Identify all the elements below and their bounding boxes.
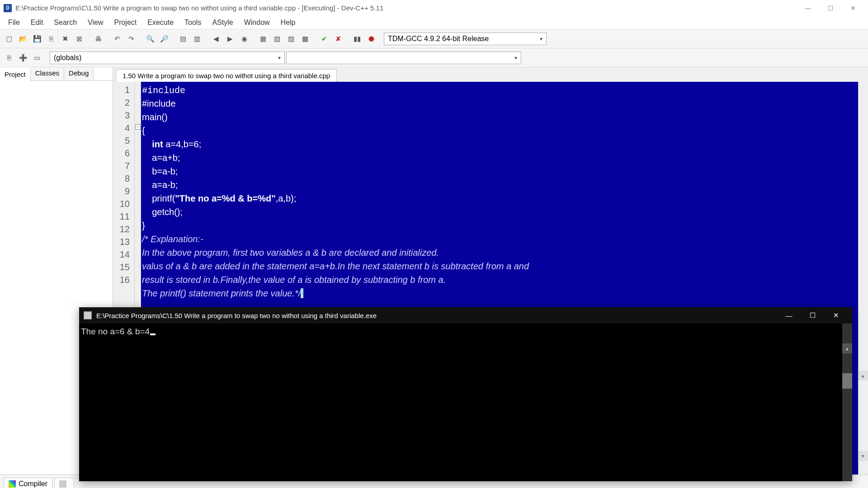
console-icon [84, 311, 92, 319]
compiler-tab[interactable]: Compiler [4, 478, 52, 488]
console-output-text: The no a=6 & b=4 [81, 327, 150, 336]
menu-execute[interactable]: Execute [142, 17, 179, 28]
scroll-up-icon[interactable]: ▴ [858, 371, 868, 380]
bookmark-toggle-icon[interactable]: ▤ [177, 33, 189, 45]
layout-grid2-icon[interactable]: ▧ [271, 33, 283, 45]
stack-icon [59, 480, 66, 488]
close-file-icon[interactable]: ✖ [59, 33, 71, 45]
layout-grid1-icon[interactable]: ▦ [257, 33, 269, 45]
console-maximize-button[interactable]: ☐ [801, 308, 824, 323]
symbols-select[interactable]: ▾ [286, 52, 521, 64]
nav-back-icon[interactable]: ◀ [210, 33, 222, 45]
menu-project[interactable]: Project [108, 17, 142, 28]
profile-icon[interactable]: ▮▮ [351, 33, 363, 45]
console-minimize-button[interactable]: — [777, 308, 801, 323]
compiler-select-value: TDM-GCC 4.9.2 64-bit Release [388, 35, 489, 43]
compile-error-icon[interactable]: ✘ [332, 33, 344, 45]
globals-select[interactable]: (globals) ▾ [50, 52, 285, 64]
debug-bug-icon[interactable]: ⬣ [365, 33, 377, 45]
scroll-down-icon[interactable]: ▾ [858, 451, 868, 461]
layout-grid3-icon[interactable]: ▨ [285, 33, 297, 45]
sidebar-tab-project[interactable]: Project [0, 68, 31, 81]
find-icon[interactable]: 🔍 [144, 33, 156, 45]
maximize-button[interactable]: ☐ [819, 1, 842, 15]
console-window: E:\Practice Programs\C\1.50 Write a prog… [79, 307, 852, 481]
menu-edit[interactable]: Edit [25, 17, 49, 28]
compiler-select[interactable]: TDM-GCC 4.9.2 64-bit Release ▾ [384, 33, 547, 45]
menu-view[interactable]: View [82, 17, 108, 28]
app-icon: D [4, 4, 12, 12]
undo-icon[interactable]: ↶ [111, 33, 123, 45]
minimize-button[interactable]: — [797, 1, 819, 15]
menu-tools[interactable]: Tools [179, 17, 207, 28]
chevron-down-icon: ▾ [278, 55, 281, 61]
title-bar: D E:\Practice Programs\C\1.50 Write a pr… [0, 0, 868, 16]
menu-window[interactable]: Window [239, 17, 275, 28]
menu-bar: FileEditSearchViewProjectExecuteToolsASt… [0, 16, 868, 29]
scroll-up-icon[interactable]: ▴ [842, 343, 852, 353]
save-all-icon[interactable]: ⎘ [45, 33, 57, 45]
breakpoint-icon[interactable]: ◉ [238, 33, 250, 45]
chevron-down-icon: ▾ [514, 55, 517, 61]
console-title-text: E:\Practice Programs\C\1.50 Write a prog… [96, 312, 777, 319]
print-icon[interactable]: 🖶 [92, 33, 104, 45]
layout-grid4-icon[interactable]: ▩ [299, 33, 311, 45]
insert-file-icon[interactable]: ⎘ [3, 52, 15, 64]
grid-icon [9, 480, 16, 488]
toolbar-secondary: ⎘ ➕ ▭ (globals) ▾ ▾ [0, 48, 868, 67]
nav-forward-icon[interactable]: ▶ [224, 33, 236, 45]
menu-help[interactable]: Help [275, 17, 301, 28]
menu-astyle[interactable]: AStyle [207, 17, 238, 28]
compiler-tab-label: Compiler [19, 480, 47, 488]
chevron-down-icon: ▾ [540, 36, 542, 42]
cursor-icon [150, 333, 156, 335]
console-scrollbar[interactable]: ▴ [842, 324, 852, 481]
console-close-button[interactable]: ✕ [824, 308, 848, 323]
save-icon[interactable]: 💾 [31, 33, 43, 45]
sidebar-tab-classes[interactable]: Classes [31, 67, 64, 80]
remove-from-project-icon[interactable]: ▭ [31, 52, 43, 64]
close-all-icon[interactable]: ⊠ [73, 33, 85, 45]
redo-icon[interactable]: ↷ [125, 33, 137, 45]
console-titlebar[interactable]: E:\Practice Programs\C\1.50 Write a prog… [79, 307, 852, 324]
file-tab[interactable]: 1.50 Write a program to swap two no with… [116, 69, 337, 82]
fold-toggle-icon[interactable]: − [135, 124, 141, 130]
toolbar-primary: ▢ 📂 💾 ⎘ ✖ ⊠ 🖶 ↶ ↷ 🔍 🔎 ▤ ▥ ◀ ▶ ◉ ▦ ▧ ▨ ▩ … [0, 29, 868, 48]
sidebar-tabs: ProjectClassesDebug [0, 67, 113, 81]
window-title: E:\Practice Programs\C\1.50 Write a prog… [15, 4, 797, 12]
menu-search[interactable]: Search [48, 17, 82, 28]
open-file-icon[interactable]: 📂 [17, 33, 29, 45]
outer-scrollbar[interactable]: ▴ ▾ [858, 371, 868, 461]
new-file-icon[interactable]: ▢ [3, 33, 15, 45]
scroll-thumb[interactable] [842, 373, 852, 389]
close-button[interactable]: ✕ [842, 1, 864, 15]
compile-check-icon[interactable]: ✔ [318, 33, 330, 45]
add-to-project-icon[interactable]: ➕ [17, 52, 29, 64]
file-tab-bar: 1.50 Write a program to swap two no with… [113, 67, 868, 82]
globals-select-value: (globals) [54, 54, 81, 62]
resources-tab[interactable] [54, 478, 74, 488]
menu-file[interactable]: File [3, 17, 25, 28]
console-output[interactable]: The no a=6 & b=4 ▴ [79, 324, 852, 481]
bookmark-goto-icon[interactable]: ▥ [191, 33, 203, 45]
sidebar-tab-debug[interactable]: Debug [64, 67, 94, 80]
replace-icon[interactable]: 🔎 [158, 33, 170, 45]
